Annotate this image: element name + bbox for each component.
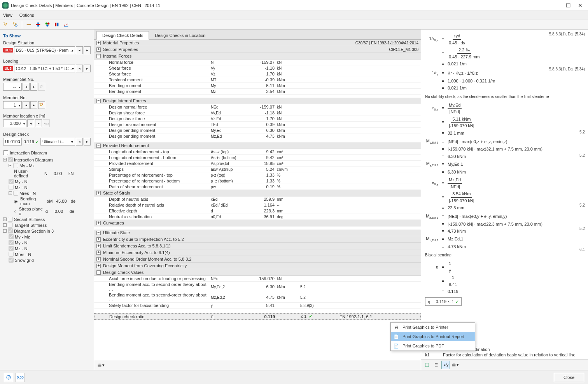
table-row[interactable]: Neutral axis inclinationα0,Ed36.91deg bbox=[94, 214, 421, 220]
tab-design-check-details[interactable]: Design Check Details bbox=[96, 31, 149, 40]
right-panel: 5.8.8.3(1), Eq. (5.34) 1/r0,z=εyd0.45 · … bbox=[421, 30, 588, 370]
tool-colors-icon[interactable] bbox=[43, 20, 52, 29]
ds-prev[interactable]: ◂ bbox=[76, 46, 83, 54]
dc-type-dropdown[interactable]: Ultimate Li... bbox=[40, 138, 75, 146]
rtb-print-dropdown[interactable]: ▾ bbox=[451, 361, 459, 369]
memberno-input[interactable]: 1 bbox=[3, 101, 22, 109]
dc-ratio: 0.119 ✓ bbox=[23, 139, 40, 144]
print-to-printer[interactable]: 🖨Print Graphics to Printer bbox=[391, 323, 475, 332]
tab-design-checks-location[interactable]: Design Checks in Location bbox=[149, 31, 211, 39]
ms-next[interactable]: ▸ bbox=[30, 83, 37, 91]
menu-options[interactable]: Options bbox=[19, 13, 34, 18]
loading-label: Loading bbox=[3, 59, 91, 63]
table-row[interactable]: Ratio of shear reinforcementρw0.19% bbox=[94, 184, 421, 190]
toolbar bbox=[0, 19, 588, 30]
table-row[interactable]: Effective depthd223.3mm bbox=[94, 208, 421, 214]
stability-note: No stability check, as the slenderness i… bbox=[425, 94, 584, 100]
dc-prev[interactable]: ◂ bbox=[76, 138, 83, 146]
table-row[interactable]: Percentage of reinforcement - bottomρ+z … bbox=[94, 178, 421, 184]
table-row[interactable]: Normal forceN-159.07kN bbox=[94, 60, 421, 65]
memberset-input[interactable]: -- bbox=[3, 83, 22, 91]
table-row[interactable]: Provided reinforcementAs,prov,tot18.85cm… bbox=[94, 161, 421, 167]
svg-text:?: ? bbox=[8, 375, 10, 379]
lo-prev[interactable]: ◂ bbox=[76, 65, 83, 72]
window-minimize[interactable]: — bbox=[553, 2, 559, 9]
loading-dropdown[interactable]: CO12 - 1.35 * LC1 + 1.50 * LC... bbox=[14, 65, 75, 72]
svg-rect-10 bbox=[98, 365, 102, 366]
table-row[interactable]: Longitudinal reinforcement - topAs,-z (t… bbox=[94, 149, 421, 155]
tool-pick-2[interactable] bbox=[11, 20, 19, 29]
table-row[interactable]: Stirrupsasw,V,stirrup5.24cm²/m bbox=[94, 167, 421, 172]
table-row[interactable]: Design shear forceVy,Ed-1.18kN bbox=[94, 110, 421, 116]
table-row[interactable]: Safety factor for biaxial bendingγ8.41--… bbox=[94, 303, 421, 309]
menu-view[interactable]: View bbox=[3, 13, 12, 18]
table-row[interactable]: Relative depth of neutral axisxEd / dEd1… bbox=[94, 202, 421, 208]
svg-rect-8 bbox=[57, 23, 59, 26]
ml-x-icon: x/x₀ bbox=[43, 119, 50, 127]
table-row[interactable]: Axial force in section due to loading or… bbox=[94, 276, 421, 282]
tool-beam-icon[interactable] bbox=[24, 20, 33, 29]
table-row[interactable]: Bending moment acc. to second-order theo… bbox=[94, 282, 421, 292]
ds-next[interactable]: ▸ bbox=[84, 46, 91, 54]
tool-pick-1[interactable] bbox=[2, 20, 10, 29]
design-situation-dropdown[interactable]: DS5 - ULS (STR/GEO) - Perm... bbox=[14, 46, 75, 54]
ms-pick-icon bbox=[38, 83, 45, 91]
svg-rect-15 bbox=[453, 363, 455, 364]
window-maximize[interactable]: ☐ bbox=[566, 2, 571, 9]
memberloc-input[interactable]: 3.000 bbox=[3, 119, 26, 127]
design-check-ratio-row[interactable]: Design check ratio η 0.119 -- ≤ 1✓ EN 19… bbox=[94, 313, 421, 320]
rtb-formula-icon[interactable]: x/y bbox=[441, 361, 450, 369]
table-row[interactable]: Design bending momentMy,Ed6.30kNm bbox=[94, 128, 421, 133]
lo-next[interactable]: ▸ bbox=[84, 65, 91, 72]
svg-point-4 bbox=[46, 22, 47, 24]
print-to-pdf[interactable]: 📄Print Graphics to PDF bbox=[391, 341, 475, 351]
ms-prev[interactable]: ◂ bbox=[23, 83, 30, 91]
table-row[interactable]: Bending moment acc. to second-order theo… bbox=[94, 292, 421, 303]
table-row[interactable]: Design normal forceNEd-159.07kN bbox=[94, 104, 421, 110]
dc-next[interactable]: ▸ bbox=[84, 138, 91, 146]
window-close[interactable]: ✕ bbox=[578, 2, 583, 9]
formula-ref: 5.8.8.3(1), Eq. (5.34) bbox=[549, 31, 585, 37]
svg-point-6 bbox=[46, 25, 48, 26]
mn-pick-icon[interactable] bbox=[38, 101, 45, 109]
tool-chart-icon[interactable] bbox=[62, 20, 70, 29]
table-row[interactable]: Design shear forceVz,Ed1.70kN bbox=[94, 116, 421, 122]
table-row[interactable]: Percentage of reinforcement - topρ-z (to… bbox=[94, 172, 421, 178]
results-grid[interactable]: +Material PropertiesC30/37 | EN 1992-1-1… bbox=[94, 40, 421, 360]
rtb-list-icon[interactable] bbox=[432, 361, 441, 369]
tool-diagram-icon[interactable] bbox=[52, 20, 61, 29]
menubar: View Options bbox=[0, 11, 588, 19]
mn-next[interactable]: ▸ bbox=[30, 101, 37, 109]
table-row[interactable]: Longitudinal reinforcement - bottomAs,+z… bbox=[94, 155, 421, 161]
table-row[interactable]: Bending momentMy5.11kNm bbox=[94, 83, 421, 89]
rtb-export-icon[interactable] bbox=[423, 361, 431, 369]
right-toolbar: x/y ▾ bbox=[421, 359, 588, 370]
dc-code[interactable]: UL0100 bbox=[3, 138, 22, 146]
table-row[interactable]: Design bending momentMz,Ed4.73kNm bbox=[94, 133, 421, 139]
design-situation-label: Design Situation bbox=[3, 40, 91, 45]
table-row[interactable]: Bending momentMz3.54kNm bbox=[94, 89, 421, 95]
svg-point-0 bbox=[15, 25, 17, 26]
print-to-report[interactable]: 📄Print Graphics to Printout Report bbox=[391, 332, 475, 341]
ml-next[interactable]: ▸ bbox=[35, 119, 42, 127]
formula-panel[interactable]: 5.8.8.3(1), Eq. (5.34) 1/r0,z=εyd0.45 · … bbox=[421, 30, 588, 345]
table-row[interactable]: Depth of neutral axisxEd259.9mm bbox=[94, 196, 421, 202]
footer-help-icon[interactable]: ? bbox=[4, 373, 13, 382]
grid-print-icon[interactable]: ▾ bbox=[96, 361, 105, 370]
print-menu: 🖨Print Graphics to Printer 📄Print Graphi… bbox=[390, 322, 475, 351]
mn-prev[interactable]: ◂ bbox=[23, 101, 30, 109]
designcheck-label: Design check bbox=[3, 132, 91, 137]
close-button[interactable]: Close bbox=[554, 373, 584, 382]
tool-section-icon[interactable] bbox=[34, 20, 42, 29]
left-panel: To Show Design Situation ULS DS5 - ULS (… bbox=[0, 30, 94, 370]
table-row[interactable]: Torsional momentMT-0.39kNm bbox=[94, 77, 421, 83]
table-row[interactable]: Design torsional momentTEd-0.39kNm bbox=[94, 122, 421, 128]
table-row[interactable]: Shear forceVz1.70kN bbox=[94, 71, 421, 77]
interaction-tree: −Interaction Diagrams −My - Mz N user-de… bbox=[3, 157, 91, 263]
ml-prev[interactable]: ◂ bbox=[27, 119, 34, 127]
window-title: Design Check Details | Members | Concret… bbox=[11, 3, 160, 8]
table-row[interactable]: Shear forceVy-1.18kN bbox=[94, 65, 421, 71]
svg-rect-7 bbox=[55, 23, 57, 26]
footer-units-icon[interactable]: 0.00 bbox=[16, 373, 25, 382]
interaction-checkbox[interactable] bbox=[3, 150, 8, 155]
